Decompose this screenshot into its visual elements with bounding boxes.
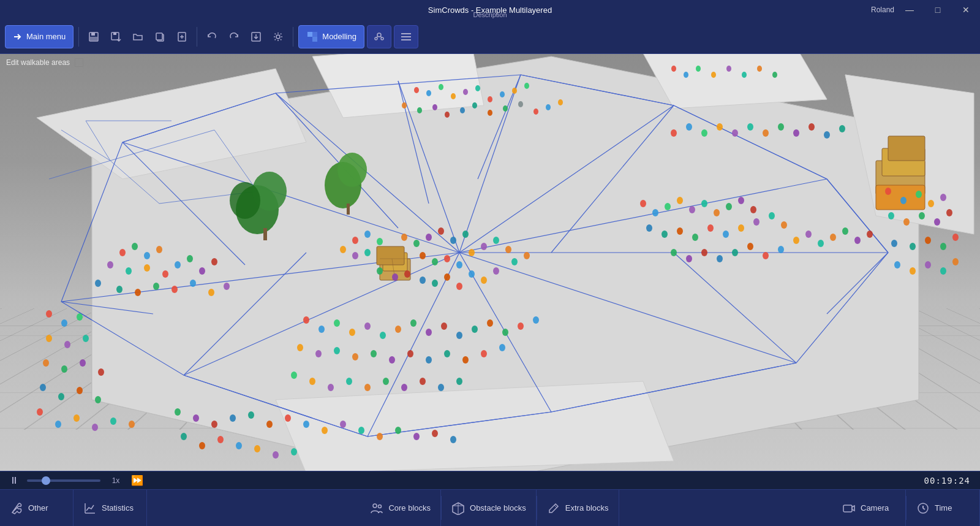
svg-rect-311 bbox=[843, 505, 852, 512]
redo-button[interactable] bbox=[224, 27, 244, 47]
camera-label: Camera bbox=[861, 503, 889, 513]
viewport[interactable] bbox=[0, 20, 980, 489]
new-button[interactable] bbox=[172, 27, 192, 47]
obstacle-blocks-label: Obstacle blocks bbox=[470, 503, 526, 513]
time-label: Time bbox=[935, 503, 952, 513]
redo-icon bbox=[228, 31, 239, 42]
settings-button[interactable] bbox=[268, 27, 288, 47]
camera-icon bbox=[842, 501, 856, 515]
clock-icon bbox=[916, 501, 930, 515]
pause-button[interactable]: ⏸ bbox=[7, 474, 21, 487]
time-section[interactable]: Time bbox=[907, 490, 980, 526]
main-menu-button[interactable]: Main menu bbox=[5, 25, 74, 48]
save-button[interactable] bbox=[84, 27, 104, 47]
speed-display: 1x bbox=[107, 476, 125, 485]
undo-icon bbox=[206, 31, 217, 42]
edit-walkable-label: Edit walkable areas bbox=[6, 58, 70, 67]
import-button[interactable] bbox=[246, 27, 266, 47]
playback-slider[interactable] bbox=[27, 479, 100, 482]
svg-line-315 bbox=[923, 508, 925, 509]
statistics-label: Statistics bbox=[102, 503, 134, 513]
svg-rect-6 bbox=[156, 33, 162, 40]
config-icon bbox=[372, 30, 386, 44]
save-icon bbox=[88, 31, 99, 42]
camera-section[interactable]: Camera bbox=[832, 490, 906, 526]
cube-icon bbox=[451, 501, 465, 515]
other-section[interactable]: Other bbox=[0, 490, 74, 526]
close-button[interactable]: ✕ bbox=[952, 0, 980, 20]
svg-point-305 bbox=[373, 504, 377, 508]
toolbar-sep-2 bbox=[197, 27, 197, 47]
edit-bar: Edit walkable areas bbox=[0, 54, 89, 71]
obstacle-blocks-section[interactable]: Obstacle blocks bbox=[442, 490, 537, 526]
core-blocks-section[interactable]: Core blocks bbox=[360, 490, 441, 526]
minimize-button[interactable]: — bbox=[895, 0, 924, 20]
toolbar-sep-3 bbox=[293, 27, 293, 47]
folder-icon bbox=[132, 31, 143, 42]
people-icon bbox=[370, 501, 383, 515]
svg-rect-10 bbox=[307, 32, 312, 37]
new-doc-icon bbox=[176, 31, 187, 42]
modelling-label: Modelling bbox=[322, 32, 356, 41]
edit-walkable-checkbox[interactable] bbox=[75, 58, 83, 67]
slider-thumb[interactable] bbox=[42, 476, 50, 485]
svg-line-17 bbox=[380, 36, 382, 37]
copy-icon bbox=[154, 31, 165, 42]
fast-forward-button[interactable]: ⏩ bbox=[131, 475, 143, 486]
svg-line-310 bbox=[554, 505, 557, 508]
other-label: Other bbox=[28, 503, 48, 513]
statistics-section[interactable]: Statistics bbox=[74, 490, 147, 526]
layers-button[interactable] bbox=[394, 25, 418, 48]
arrow-icon bbox=[13, 32, 23, 42]
copy-button[interactable] bbox=[150, 27, 170, 47]
svg-rect-1 bbox=[91, 32, 95, 36]
bottom-toolbar: Other Statistics Core blocks Obstacle bl… bbox=[0, 489, 980, 526]
main-menu-label: Main menu bbox=[26, 32, 66, 41]
save-as-icon bbox=[110, 31, 121, 42]
svg-point-15 bbox=[381, 37, 383, 40]
main-toolbar: Main menu bbox=[0, 20, 980, 54]
simulation-config-button[interactable] bbox=[367, 25, 391, 48]
timer-display: 00:19:24 bbox=[924, 476, 970, 486]
toolbar-sep-1 bbox=[78, 27, 79, 47]
undo-button[interactable] bbox=[202, 27, 222, 47]
extra-blocks-section[interactable]: Extra blocks bbox=[537, 490, 619, 526]
window-controls: — □ ✕ bbox=[895, 0, 980, 20]
svg-point-306 bbox=[379, 505, 382, 508]
modelling-icon bbox=[306, 31, 318, 43]
playback-bar: ⏸ 1x ⏩ 00:19:24 bbox=[0, 471, 980, 489]
maximize-button[interactable]: □ bbox=[924, 0, 952, 20]
svg-rect-11 bbox=[312, 37, 317, 42]
svg-line-16 bbox=[377, 36, 378, 37]
svg-rect-2 bbox=[90, 37, 97, 40]
save-as-button[interactable] bbox=[106, 27, 126, 47]
window-subtitle: Description bbox=[473, 11, 507, 18]
svg-point-9 bbox=[276, 35, 280, 39]
svg-marker-312 bbox=[852, 506, 854, 511]
import-icon bbox=[251, 31, 262, 42]
modelling-button[interactable]: Modelling bbox=[298, 25, 364, 48]
gear-icon bbox=[273, 31, 284, 42]
wrench-icon bbox=[10, 501, 23, 515]
svg-rect-12 bbox=[312, 32, 317, 37]
pencil-icon bbox=[547, 501, 560, 515]
svg-rect-4 bbox=[113, 32, 116, 35]
title-bar: SimCrowds - Example Multilayered Descrip… bbox=[0, 0, 980, 20]
chart-icon bbox=[83, 501, 97, 515]
svg-point-14 bbox=[375, 37, 377, 40]
open-button[interactable] bbox=[128, 27, 148, 47]
extra-blocks-label: Extra blocks bbox=[565, 503, 609, 513]
layers-icon bbox=[399, 30, 413, 44]
user-label: Roland bbox=[871, 6, 894, 14]
core-blocks-label: Core blocks bbox=[388, 503, 431, 513]
floor-grid bbox=[0, 308, 980, 430]
scene-canvas bbox=[0, 20, 980, 489]
